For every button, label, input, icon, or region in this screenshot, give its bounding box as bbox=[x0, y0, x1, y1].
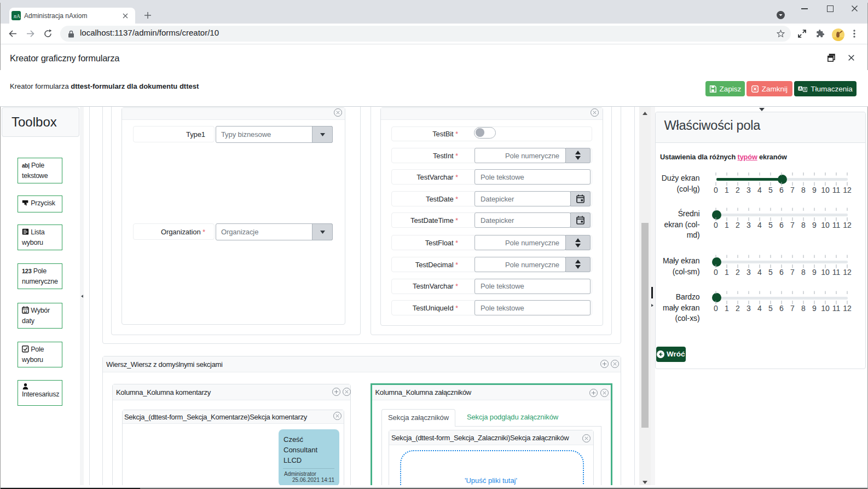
svg-text:A: A bbox=[16, 13, 21, 19]
svg-text:A: A bbox=[799, 87, 802, 90]
svg-text:12: 12 bbox=[24, 310, 27, 313]
